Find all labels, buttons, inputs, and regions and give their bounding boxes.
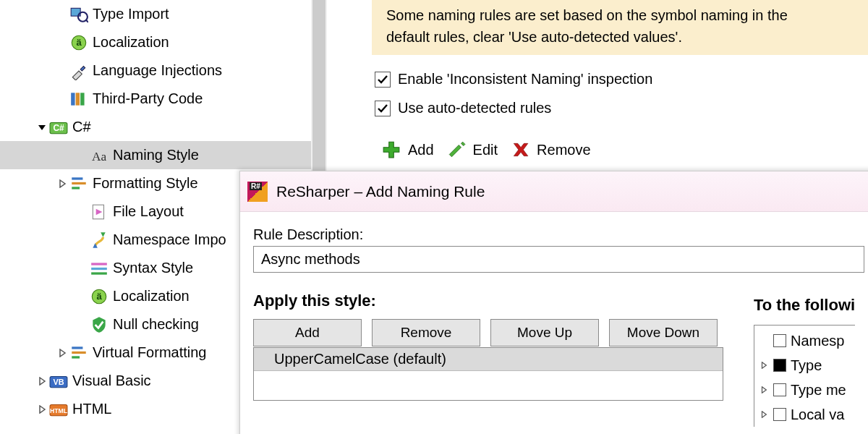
rule-description-input[interactable] (253, 246, 864, 273)
expand-arrow-icon[interactable] (759, 362, 769, 369)
entity-checkbox[interactable] (773, 334, 786, 347)
expand-arrow-icon[interactable] (56, 179, 68, 188)
entity-item[interactable]: Local va (754, 402, 855, 427)
svg-marker-35 (762, 362, 767, 368)
svg-rect-15 (72, 187, 80, 189)
entities-list[interactable]: NamespTypeType meLocal va (754, 325, 855, 427)
enable-inspection-checkbox[interactable]: Enable 'Inconsistent Naming' inspection (375, 71, 652, 88)
tree-item-label: Localization (113, 288, 190, 305)
expand-arrow-icon[interactable] (759, 411, 769, 418)
expand-arrow-icon[interactable] (56, 349, 68, 357)
tree-item-label: File Layout (113, 203, 184, 220)
svg-rect-5 (71, 93, 75, 105)
entity-checkbox[interactable] (773, 408, 786, 421)
tree-item-label: Naming Style (113, 147, 199, 163)
add-rule-button[interactable]: Add (382, 140, 434, 159)
style-moveup-button[interactable]: Move Up (490, 319, 599, 346)
tree-item-naming-style[interactable]: AaNaming Style (0, 141, 311, 169)
naming-icon: Aa (90, 146, 109, 165)
plus-icon (382, 140, 401, 159)
formatting-icon (69, 174, 88, 193)
tree-item-third-party-code[interactable]: Third-Party Code (0, 85, 311, 113)
svg-rect-7 (80, 93, 84, 105)
tree-item-language-injections[interactable]: Language Injections (0, 56, 311, 85)
tree-item-c-[interactable]: C#C# (0, 113, 311, 141)
checkbox-icon (375, 72, 391, 88)
x-icon (511, 140, 529, 159)
svg-marker-29 (40, 378, 45, 385)
tree-item-localization[interactable]: äLocalization (0, 28, 311, 56)
entity-label: Type (791, 357, 822, 374)
injection-icon (69, 61, 88, 80)
tree-item-label: C# (72, 119, 91, 135)
svg-marker-19 (101, 232, 106, 237)
formatting-icon (69, 344, 88, 362)
svg-text:VB: VB (53, 378, 64, 386)
expand-arrow-icon[interactable] (759, 386, 769, 393)
info-banner: Some naming rules are set based on the s… (372, 0, 868, 55)
csharp-icon: C# (49, 118, 68, 137)
info-banner-line: default rules, clear 'Use auto-detected … (386, 26, 864, 48)
null-check-icon (90, 315, 109, 334)
svg-text:ä: ä (76, 37, 82, 48)
svg-rect-21 (91, 267, 107, 269)
namespace-icon (90, 231, 109, 250)
svg-rect-6 (76, 93, 80, 105)
svg-marker-25 (60, 349, 65, 357)
entity-checkbox[interactable] (773, 359, 786, 372)
entity-item[interactable]: Type me (754, 378, 855, 402)
info-banner-line: Some naming rules are set based on the s… (386, 4, 864, 26)
entities-heading: To the followi (754, 296, 855, 315)
toolbar-label: Edit (473, 142, 498, 158)
svg-text:Aa: Aa (92, 149, 107, 163)
tree-item-type-import[interactable]: Type Import (0, 0, 311, 28)
add-naming-rule-dialog: ReSharper – Add Naming Rule Rule Descrip… (239, 171, 868, 434)
tree-item-label: Syntax Style (113, 260, 193, 276)
svg-rect-22 (91, 272, 107, 274)
svg-marker-32 (40, 406, 45, 413)
style-movedown-button[interactable]: Move Down (609, 319, 718, 346)
tree-item-label: Null checking (113, 316, 199, 333)
tree-item-label: Third-Party Code (93, 90, 203, 107)
tree-item-label: Type Import (93, 6, 169, 22)
rule-description-label: Rule Description: (253, 226, 863, 243)
entities-column: To the followi NamespTypeType meLocal va (754, 296, 855, 427)
localization-icon: ä (90, 287, 109, 306)
dialog-titlebar[interactable]: ReSharper – Add Naming Rule (240, 171, 868, 212)
svg-rect-13 (72, 177, 82, 179)
svg-rect-14 (72, 182, 86, 184)
svg-marker-37 (762, 412, 767, 417)
rules-toolbar: Add Edit Remove (382, 140, 591, 159)
toolbar-label: Add (408, 142, 434, 158)
vb-icon: VB (49, 372, 68, 391)
checkbox-label: Enable 'Inconsistent Naming' inspection (398, 71, 652, 88)
file-layout-icon (90, 203, 109, 221)
svg-rect-28 (72, 356, 80, 358)
resharper-icon (247, 182, 268, 202)
style-list-item[interactable]: UpperCamelCase (default) (254, 348, 723, 371)
expand-arrow-icon[interactable] (36, 377, 48, 386)
toolbar-label: Remove (537, 142, 590, 158)
entity-item[interactable]: Namesp (754, 328, 855, 353)
entity-checkbox[interactable] (773, 383, 786, 396)
expand-arrow-icon[interactable] (36, 405, 48, 414)
entity-label: Type me (791, 382, 846, 399)
style-list[interactable]: UpperCamelCase (default) (253, 347, 723, 401)
svg-rect-27 (72, 351, 86, 353)
style-remove-button[interactable]: Remove (372, 319, 480, 346)
edit-rule-button[interactable]: Edit (447, 140, 498, 159)
tree-item-label: Formatting Style (93, 175, 198, 192)
checkbox-label: Use auto-detected rules (398, 100, 551, 116)
html-icon: HTML (49, 400, 68, 419)
entity-label: Local va (791, 407, 845, 423)
use-auto-detected-checkbox[interactable]: Use auto-detected rules (375, 100, 551, 116)
tree-item-label: Virtual Formatting (93, 344, 206, 361)
remove-rule-button[interactable]: Remove (511, 140, 590, 159)
style-add-button[interactable]: Add (253, 319, 362, 346)
tree-item-label: Visual Basic (72, 373, 151, 389)
syntax-icon (90, 259, 109, 278)
expand-arrow-icon[interactable] (36, 123, 48, 132)
svg-rect-20 (91, 263, 107, 265)
entity-item[interactable]: Type (754, 353, 855, 378)
svg-text:ä: ä (96, 291, 102, 302)
